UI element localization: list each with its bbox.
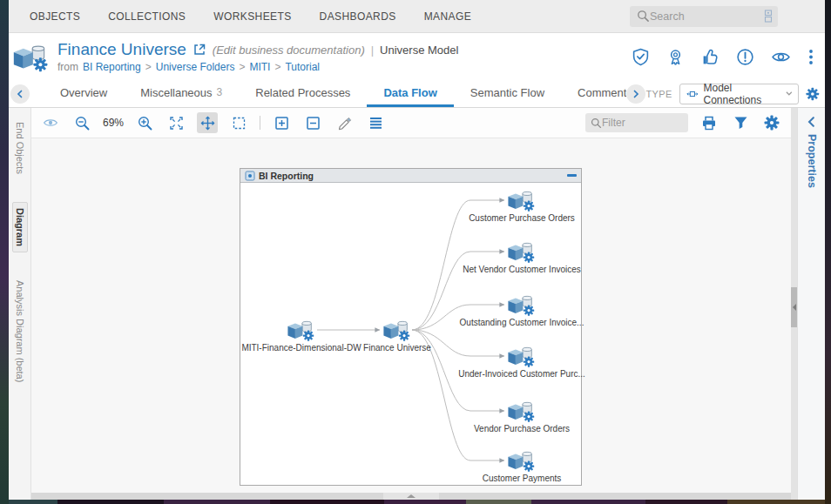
alert-circle-icon[interactable]: [736, 48, 754, 66]
tab-label: Semantic Flow: [470, 86, 544, 99]
diagram-toolbar: 69%: [31, 108, 791, 138]
page-title: Finance Universe: [57, 40, 186, 59]
tab-label: Comment: [578, 86, 626, 99]
app-frame: OBJECTS COLLECTIONS WORKSHEETS DASHBOARD…: [9, 0, 825, 500]
marquee-select-icon[interactable]: [228, 112, 249, 133]
tab-label: Related Processes: [255, 86, 350, 99]
side-tab-end-objects[interactable]: End Objects: [13, 117, 27, 179]
type-selector-group: TYPE Model Connections: [645, 84, 820, 104]
nav-item-worksheets[interactable]: WORKSHEETS: [213, 10, 291, 23]
chevron-left-icon: [793, 304, 796, 311]
print-icon[interactable]: [699, 112, 720, 133]
filter-box[interactable]: [585, 113, 688, 132]
type-select[interactable]: Model Connections: [679, 84, 800, 104]
model-node-icon: [507, 447, 537, 473]
global-search-input[interactable]: [650, 10, 764, 23]
header-divider: |: [371, 44, 374, 57]
tab-related-processes[interactable]: Related Processes: [239, 80, 367, 107]
open-external-icon[interactable]: [193, 43, 206, 57]
tab-bar: Overview Miscellaneous3 Related Processe…: [9, 80, 825, 108]
zoom-in-icon[interactable]: [134, 112, 155, 133]
top-nav-bar: OBJECTS COLLECTIONS WORKSHEETS DASHBOARD…: [9, 0, 825, 33]
tabs-scroll-right-button[interactable]: [626, 84, 645, 104]
chevron-left-icon: [16, 90, 24, 98]
diagram-canvas[interactable]: BI Reporting: [31, 138, 791, 493]
collapse-all-icon[interactable]: [302, 112, 323, 133]
model-node-icon: [287, 317, 316, 342]
breadcrumb-item-universe-folders[interactable]: Universe Folders: [156, 61, 235, 73]
properties-panel-tab[interactable]: Properties: [806, 134, 818, 188]
filter-input[interactable]: [602, 117, 683, 129]
tab-badge: 3: [217, 86, 223, 98]
node-child-4[interactable]: Vendor Purchase Orders: [456, 398, 587, 433]
object-header: Finance Universe (Edit business document…: [9, 33, 825, 80]
tabs: Overview Miscellaneous3 Related Processe…: [44, 80, 626, 107]
toolbar-divider: [260, 116, 260, 130]
tab-overview[interactable]: Overview: [44, 80, 124, 107]
more-menu-kebab-icon[interactable]: [807, 48, 814, 66]
page-settings-gear-icon[interactable]: [806, 86, 820, 102]
type-select-value: Model Connections: [703, 82, 780, 106]
model-group-bi-reporting: BI Reporting: [240, 168, 582, 486]
expand-properties-chevron-icon[interactable]: [807, 117, 817, 127]
advanced-search-icon[interactable]: [764, 10, 773, 23]
filter-funnel-icon[interactable]: [730, 112, 751, 133]
nav-item-manage[interactable]: MANAGE: [424, 10, 471, 23]
node-label: Customer Purchase Orders: [469, 213, 575, 223]
object-type-label: Universe Model: [380, 44, 458, 57]
model-node-icon: [382, 317, 412, 342]
pan-mode-icon[interactable]: [197, 112, 218, 133]
properties-panel-collapsed: Properties: [797, 108, 825, 500]
breadcrumb-item-miti[interactable]: MITI: [249, 61, 270, 73]
filter-search-icon: [591, 118, 602, 129]
properties-expand-handle[interactable]: [791, 287, 797, 327]
nav-item-objects[interactable]: OBJECTS: [30, 10, 80, 23]
zoom-out-icon[interactable]: [71, 112, 92, 133]
node-child-1[interactable]: Net Vendor Customer Invoices: [456, 239, 587, 274]
nav-item-dashboards[interactable]: DASHBOARDS: [320, 10, 396, 23]
application-window: OBJECTS COLLECTIONS WORKSHEETS DASHBOARD…: [0, 0, 831, 504]
node-child-0[interactable]: Customer Purchase Orders: [456, 187, 587, 223]
certification-award-icon[interactable]: [666, 48, 685, 66]
global-search-box[interactable]: [630, 6, 778, 27]
breadcrumb-prefix: from: [57, 61, 78, 73]
tab-data-flow[interactable]: Data Flow: [367, 80, 453, 107]
breadcrumb-item-bi-reporting[interactable]: BI Reporting: [83, 61, 141, 73]
annotate-pen-icon[interactable]: [334, 112, 355, 133]
edit-documentation-link[interactable]: (Edit business documentation): [213, 44, 365, 57]
properties-resize-track: [791, 108, 797, 500]
breadcrumb-item-tutorial[interactable]: Tutorial: [285, 61, 320, 73]
node-hub[interactable]: Finance Universe: [336, 317, 458, 353]
node-child-5[interactable]: Customer Payments: [456, 447, 587, 483]
tabs-scroll-left-button[interactable]: [10, 84, 30, 104]
nav-item-collections[interactable]: COLLECTIONS: [108, 10, 186, 23]
main-panel: 69%: [31, 108, 791, 500]
diagram-settings-gear-icon[interactable]: [761, 112, 782, 133]
shield-check-icon[interactable]: [632, 48, 650, 66]
model-node-icon: [507, 398, 537, 423]
object-header-text: Finance Universe (Edit business document…: [57, 40, 458, 73]
tab-miscellaneous[interactable]: Miscellaneous3: [124, 80, 239, 107]
tab-comment[interactable]: Comment: [561, 80, 626, 107]
breadcrumb-separator: >: [274, 61, 280, 73]
watch-eye-icon[interactable]: [771, 48, 791, 66]
model-node-icon: [507, 292, 537, 317]
tab-semantic-flow[interactable]: Semantic Flow: [454, 80, 561, 107]
node-child-2[interactable]: Outstanding Customer Invoice...: [456, 292, 587, 327]
bottom-panel-bar: [31, 493, 791, 500]
side-tab-diagram[interactable]: Diagram: [12, 202, 28, 252]
model-node-icon: [507, 187, 537, 212]
breadcrumb-separator: >: [145, 61, 152, 73]
side-tab-analysis-diagram[interactable]: Analysis Diagram (beta): [13, 275, 27, 387]
bottom-panel-expand-handle[interactable]: [383, 493, 439, 500]
breadcrumb-separator: >: [239, 61, 245, 73]
chevron-right-icon: [632, 90, 640, 98]
content-area: End Objects Diagram Analysis Diagram (be…: [9, 108, 825, 500]
fit-to-screen-icon[interactable]: [166, 112, 186, 133]
node-child-3[interactable]: Under-Invoiced Customer Purc...: [456, 343, 587, 379]
node-label: Net Vendor Customer Invoices: [463, 265, 581, 274]
list-options-icon[interactable]: [365, 112, 386, 133]
thumbs-up-icon[interactable]: [701, 48, 720, 66]
preview-eye-icon[interactable]: [40, 112, 61, 133]
expand-all-icon[interactable]: [271, 112, 292, 133]
